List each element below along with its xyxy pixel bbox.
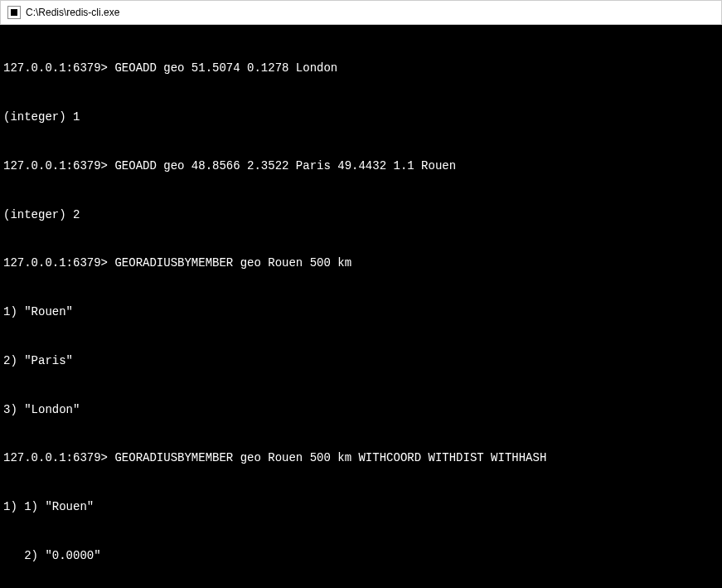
terminal-line: 1) "Rouen" — [3, 304, 719, 321]
terminal-line: 2) "0.0000" — [3, 548, 719, 565]
terminal-line: 127.0.0.1:6379> GEORADIUSBYMEMBER geo Ro… — [3, 450, 719, 467]
title-bar[interactable]: C:\Redis\redis-cli.exe — [0, 0, 722, 25]
app-icon — [7, 6, 21, 19]
svg-rect-0 — [11, 9, 17, 16]
terminal-line: 127.0.0.1:6379> GEORADIUSBYMEMBER geo Ro… — [3, 255, 719, 272]
terminal-line: 3) "London" — [3, 402, 719, 419]
terminal-line: 1) 1) "Rouen" — [3, 499, 719, 516]
terminal-line: 2) "Paris" — [3, 353, 719, 370]
terminal-line: (integer) 2 — [3, 207, 719, 224]
terminal-area[interactable]: 127.0.0.1:6379> GEOADD geo 51.5074 0.127… — [0, 25, 722, 588]
terminal-line: 127.0.0.1:6379> GEOADD geo 48.8566 2.352… — [3, 158, 719, 175]
window-title: C:\Redis\redis-cli.exe — [26, 7, 119, 18]
terminal-line: (integer) 1 — [3, 109, 719, 126]
terminal-line: 127.0.0.1:6379> GEOADD geo 51.5074 0.127… — [3, 61, 719, 77]
